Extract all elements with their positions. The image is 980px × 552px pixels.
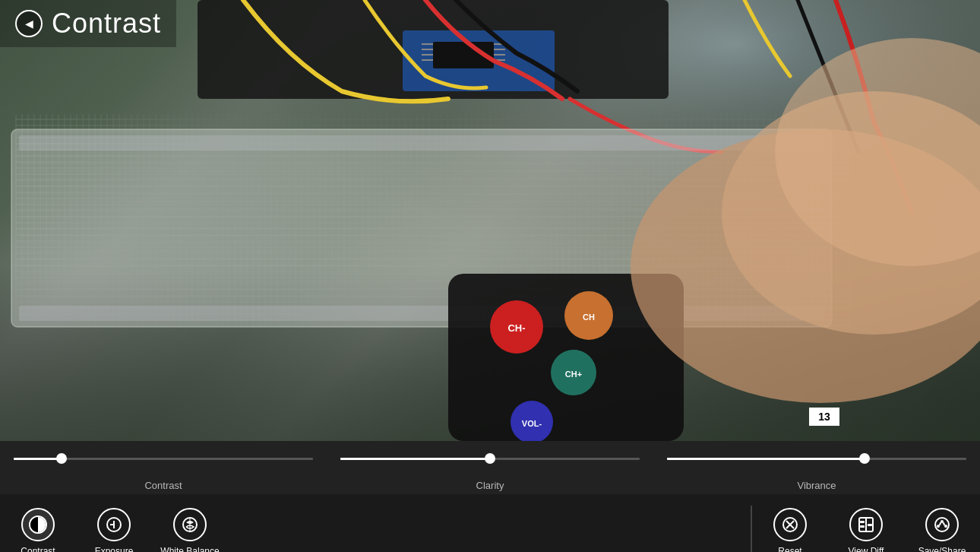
svg-rect-59: [860, 521, 865, 523]
white-balance-tool-label: White Balance: [160, 546, 219, 552]
clarity-label: Clarity: [327, 480, 653, 491]
contrast-label: Contrast: [0, 480, 327, 491]
slider-labels-row: Contrast Clarity Vibrance: [0, 476, 980, 494]
vibrance-slider-fill: [667, 458, 865, 460]
photo-background: [0, 0, 980, 441]
value-badge: 13: [809, 408, 839, 426]
photo-area: CH- CH CH+ VOL- Contrast 13: [0, 0, 980, 441]
clarity-slider-thumb[interactable]: [485, 453, 495, 464]
back-button[interactable]: [15, 10, 43, 37]
toolbar-actions: Reset View Diff: [752, 494, 980, 552]
exposure-tool-button[interactable]: Exposure: [76, 494, 152, 552]
svg-point-63: [940, 520, 944, 523]
contrast-tool-button[interactable]: Contrast: [0, 494, 76, 552]
contrast-slider-container[interactable]: [0, 458, 327, 460]
clarity-slider-container[interactable]: [327, 458, 653, 460]
exposure-icon: [97, 508, 131, 541]
save-share-button[interactable]: Save/Share: [904, 494, 980, 552]
clarity-slider-fill: [340, 458, 490, 460]
contrast-icon: [21, 508, 55, 541]
white-balance-icon: [173, 508, 207, 541]
slider-bar-area[interactable]: [0, 441, 980, 476]
svg-point-65: [944, 525, 947, 528]
view-diff-icon: [849, 508, 883, 541]
title-bar: Contrast: [0, 0, 176, 47]
svg-line-66: [940, 522, 941, 525]
svg-rect-60: [868, 524, 872, 526]
page-title: Contrast: [52, 8, 161, 40]
vibrance-slider-thumb[interactable]: [859, 453, 870, 464]
svg-point-62: [935, 518, 949, 531]
reset-label: Reset: [778, 546, 801, 552]
svg-rect-61: [860, 525, 865, 528]
exposure-tool-label: Exposure: [95, 546, 134, 552]
vibrance-slider-container[interactable]: [653, 458, 980, 460]
contrast-slider-track: [14, 458, 313, 460]
vibrance-label: Vibrance: [653, 480, 980, 491]
toolbar-tools: Contrast Exposure: [0, 494, 751, 552]
contrast-slider-thumb[interactable]: [56, 453, 67, 464]
contrast-slider-fill: [14, 458, 62, 460]
reset-icon: [773, 508, 807, 541]
clarity-slider-track: [340, 458, 640, 460]
svg-line-67: [944, 522, 945, 525]
view-diff-label: View Diff: [849, 546, 884, 552]
vibrance-slider-track: [667, 458, 966, 460]
save-share-label: Save/Share: [918, 546, 966, 552]
save-share-icon: [925, 508, 959, 541]
reset-button[interactable]: Reset: [752, 494, 828, 552]
contrast-icon-visual: [29, 516, 47, 534]
white-balance-tool-button[interactable]: White Balance: [152, 494, 228, 552]
svg-point-64: [937, 525, 940, 528]
view-diff-button[interactable]: View Diff: [828, 494, 904, 552]
bottom-toolbar: Contrast Exposure: [0, 494, 980, 552]
contrast-tool-label: Contrast: [21, 546, 55, 552]
